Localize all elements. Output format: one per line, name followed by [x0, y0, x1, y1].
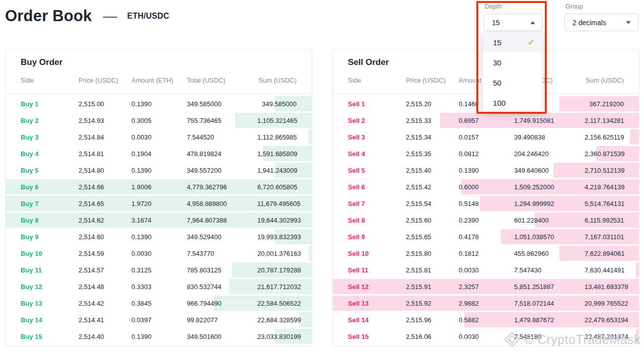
total-cell: 349.640600	[514, 167, 585, 174]
sum-cell: 20,001.376163	[257, 250, 301, 257]
side-cell: Sell 10	[348, 250, 406, 257]
amount-cell: 0.5882	[459, 316, 514, 324]
depth-option-15[interactable]: 15✓	[483, 32, 543, 52]
side-cell: Sell 9	[348, 233, 406, 241]
column-header: Price (USDC)	[79, 77, 131, 84]
price-cell: 2,514.57	[79, 266, 131, 274]
total-cell: 39.490838	[514, 133, 585, 141]
order-row: Buy 62,514.661.90064,779.3627966,720.605…	[6, 179, 312, 195]
sum-cell: 13,481.693378	[585, 283, 628, 291]
price-cell: 2,514.62	[79, 217, 131, 224]
order-row: Sell 142,515.960.58821,479.88767222,479.…	[333, 312, 639, 328]
total-cell: 1,479.887672	[514, 316, 585, 324]
total-cell: 1,509.252000	[514, 183, 585, 191]
total-cell: 1,051.038570	[514, 233, 585, 241]
price-cell: 2,515.96	[406, 316, 459, 324]
column-header: Amount (ETH)	[131, 77, 187, 84]
caret-down-icon	[626, 21, 631, 24]
side-cell: Buy 12	[21, 283, 79, 291]
total-cell: 1,749.915081	[514, 117, 585, 124]
order-row: Buy 152,514.400.1390349.50160023,033.830…	[6, 328, 312, 345]
price-cell: 2,515.54	[406, 200, 459, 207]
side-cell: Buy 9	[21, 233, 79, 241]
price-cell: 2,515.34	[406, 133, 459, 141]
buy-column-header-row: SidePrice (USDC)Amount (ETH)Total (USDC)…	[6, 71, 312, 94]
depth-select[interactable]: 15	[484, 14, 543, 31]
total-cell: 7.547430	[514, 266, 585, 274]
order-row: Buy 122,514.480.3303830.53274421,617.712…	[6, 278, 312, 295]
side-cell: Sell 3	[348, 133, 406, 141]
side-cell: Buy 13	[21, 300, 79, 307]
total-cell: 601.228400	[514, 217, 585, 224]
sum-cell: 2,360.871539	[585, 150, 625, 158]
side-cell: Sell 11	[348, 266, 406, 274]
order-row: Sell 132,515.922.98827,518.07214420,999.…	[333, 295, 639, 312]
sum-cell: 7,622.894061	[585, 250, 625, 257]
total-cell: 5,851.251887	[514, 283, 585, 291]
total-cell: 7,518.072144	[514, 300, 585, 307]
pair-label: ETH/USDC	[127, 12, 169, 21]
order-row: Buy 112,514.570.3125785.80312520,787.179…	[6, 262, 312, 278]
price-cell: 2,515.00	[79, 100, 131, 108]
sum-cell: 1,941.243009	[257, 167, 298, 174]
price-cell: 2,514.59	[79, 250, 131, 257]
amount-cell: 1.9720	[131, 200, 187, 207]
depth-option-label: 15	[493, 38, 502, 47]
order-row: Sell 32,515.340.015739.4908382,156.62511…	[333, 129, 639, 146]
price-cell: 2,515.81	[406, 266, 459, 274]
depth-option-30[interactable]: 30	[483, 52, 543, 73]
sum-cell: 2,117.134281	[585, 117, 624, 124]
group-select[interactable]: 2 decimals	[564, 14, 638, 31]
column-header: Price (USDC)	[406, 77, 459, 84]
total-cell: 204.246420	[514, 150, 585, 158]
total-cell: 1,294.999992	[514, 200, 585, 207]
price-cell: 2,514.40	[79, 333, 131, 340]
sum-cell: 22,584.506522	[257, 300, 301, 307]
amount-cell: 0.0030	[131, 133, 187, 141]
price-cell: 2,514.41	[79, 316, 131, 324]
side-cell: Sell 1	[348, 100, 406, 108]
total-cell: 7.544520	[187, 133, 257, 141]
side-cell: Buy 10	[21, 250, 79, 257]
side-cell: Buy 1	[21, 100, 79, 108]
column-header: Sum (USDC)	[257, 77, 297, 84]
sum-cell: 6,720.605805	[257, 183, 298, 191]
sum-cell: 367.219200	[585, 100, 624, 108]
amount-cell: 0.3125	[131, 266, 187, 274]
depth-option-50[interactable]: 50	[483, 73, 543, 93]
order-row: Buy 92,514.600.1390349.52940019,993.8323…	[6, 229, 312, 245]
depth-dropdown: 15✓3050100	[483, 32, 543, 113]
amount-cell: 0.3845	[131, 300, 187, 307]
sum-cell: 20,999.765522	[585, 300, 628, 307]
order-row: Buy 102,514.590.00307.54377020,001.37616…	[6, 245, 312, 262]
amount-cell: 3.1674	[131, 217, 187, 224]
amount-cell: 0.1390	[131, 333, 187, 340]
price-cell: 2,515.80	[406, 250, 459, 257]
order-row: Sell 92,515.650.41781,051.0385707,167.03…	[333, 229, 639, 245]
order-book-page: Order Book — ETH/USDC Depth 15 15✓305010…	[0, 0, 644, 352]
order-row: Sell 52,515.400.1390349.6406002,710.5121…	[333, 162, 639, 179]
sum-cell: 19,993.832393	[257, 233, 301, 241]
side-cell: Sell 7	[348, 200, 406, 207]
total-cell: 7.543770	[187, 250, 257, 257]
depth-option-100[interactable]: 100	[483, 93, 543, 113]
total-cell: 349.557200	[187, 167, 257, 174]
column-header: Side	[348, 77, 406, 84]
order-row: Buy 32,514.840.00307.5445201,112.865985	[6, 129, 312, 146]
order-row: Buy 142,514.410.039799.82207722,684.3285…	[6, 312, 312, 328]
total-cell: 785.803125	[187, 266, 257, 274]
side-cell: Buy 5	[21, 167, 79, 174]
order-row: Sell 82,515.600.2390601.2284006,115.9925…	[333, 212, 639, 229]
watermark-text: © CryptoTradeMask	[524, 332, 640, 347]
column-header: Side	[21, 77, 79, 84]
page-title: Order Book	[5, 7, 92, 25]
sell-rows: Sell 12,515.200.1460367.219200Sell 22,51…	[333, 96, 639, 345]
amount-cell: 0.6000	[459, 183, 514, 191]
amount-cell: 0.0030	[131, 250, 187, 257]
amount-cell: 0.1390	[131, 167, 187, 174]
price-cell: 2,515.91	[406, 283, 459, 291]
page-header: Order Book — ETH/USDC	[5, 7, 169, 25]
side-cell: Buy 3	[21, 133, 79, 141]
amount-cell: 0.1812	[459, 250, 514, 257]
sum-cell: 6,115.992531	[585, 217, 624, 224]
